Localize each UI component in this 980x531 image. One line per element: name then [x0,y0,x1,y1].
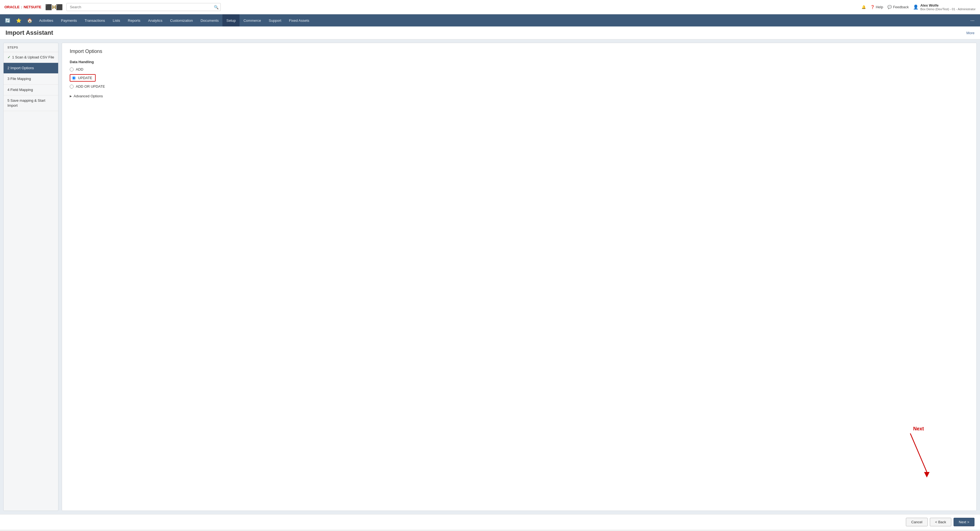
user-subtitle: Box Demo (Dev/Test) - 01 - Administrator [920,8,975,11]
sidebar-header: STEPS [3,43,58,52]
svg-line-0 [910,434,927,472]
nav-payments[interactable]: Payments [57,14,81,27]
netsuite-text: NETSUITE [24,5,41,9]
sidebar-step-4[interactable]: 4 Field Mapping [3,85,58,96]
sidebar-step-5[interactable]: 5 Save mapping & Start Import [3,96,58,111]
sidebar-step-2[interactable]: 2 Import Options [3,63,58,73]
radio-update-label: UPDATE [78,76,92,80]
help-label: Help [876,5,883,9]
radio-update-wrapper: UPDATE [70,74,95,81]
nav-commerce[interactable]: Commerce [240,14,265,27]
radio-add-label: ADD [76,67,83,72]
notifications-button[interactable]: 🔔 [862,5,866,9]
annotation-label: Next [905,426,932,432]
step-3-label: 3 File Mapping [8,77,31,81]
nav-bar: 🔄 ⭐ 🏠 Activities Payments Transactions L… [0,14,980,27]
step-2-label: 2 Import Options [8,65,34,70]
radio-add-or-update[interactable]: ADD OR UPDATE [70,85,969,88]
data-handling-label: Data Handling [70,60,969,64]
user-name: Alex Wolfe [920,3,975,8]
nav-activities[interactable]: Activities [35,14,57,27]
search-icon: 🔍 [214,5,218,10]
feedback-icon: 💬 [888,5,892,9]
logo-icon: ⬛H⬛ [45,4,63,11]
oracle-text: ORACLE [5,5,19,9]
cancel-button[interactable]: Cancel [906,518,928,526]
nav-more[interactable]: ··· [967,14,978,27]
step-1-label: 1 Scan & Upload CSV File [12,55,54,60]
nav-customization[interactable]: Customization [166,14,197,27]
user-icon: 👤 [913,5,918,10]
nav-transactions[interactable]: Transactions [81,14,109,27]
logo: ORACLE | NETSUITE ⬛H⬛ [5,4,63,11]
advanced-options[interactable]: ▶ Advanced Options [70,94,969,98]
nav-fixed-assets[interactable]: Fixed Assets [285,14,313,27]
search-bar: 🔍 [67,3,221,11]
help-icon: ❓ [870,5,875,9]
radio-group: ADD UPDATE ADD OR UPDATE [70,67,969,88]
help-button[interactable]: ❓ Help [870,5,883,9]
triangle-icon: ▶ [70,94,72,97]
sidebar: STEPS ✓ 1 Scan & Upload CSV File 2 Impor… [3,43,59,511]
nav-documents[interactable]: Documents [197,14,223,27]
nav-support[interactable]: Support [265,14,285,27]
content-title: Import Options [70,48,969,54]
content-area: Import Options Data Handling ADD UPDATE … [62,43,977,511]
step-4-label: 4 Field Mapping [8,88,33,92]
radio-add-input[interactable] [70,67,73,72]
radio-add-or-update-label: ADD OR UPDATE [76,85,105,88]
user-details: Alex Wolfe Box Demo (Dev/Test) - 01 - Ad… [920,3,975,11]
main-layout: STEPS ✓ 1 Scan & Upload CSV File 2 Impor… [0,40,980,514]
sidebar-step-3[interactable]: 3 File Mapping [3,73,58,85]
svg-marker-1 [924,472,929,477]
more-link[interactable]: More [966,31,975,35]
annotation-arrow [905,434,932,477]
advanced-options-label: Advanced Options [73,94,103,98]
nav-lists[interactable]: Lists [109,14,124,27]
check-icon-1: ✓ [8,55,11,60]
feedback-label: Feedback [893,5,908,9]
radio-update[interactable]: UPDATE [70,74,969,81]
page-title: Import Assistant [5,29,53,37]
next-annotation: Next [905,426,932,477]
top-bar: ORACLE | NETSUITE ⬛H⬛ 🔍 🔔 ❓ Help 💬 Feedb… [0,0,980,14]
home-icon[interactable]: 🏠 [24,14,35,27]
radio-update-input[interactable] [72,76,76,80]
back-button[interactable]: < Back [930,518,951,526]
user-info: 👤 Alex Wolfe Box Demo (Dev/Test) - 01 - … [913,3,975,11]
top-actions: 🔔 ❓ Help 💬 Feedback 👤 Alex Wolfe Box Dem… [862,3,975,11]
step-5-label: 5 Save mapping & Start Import [8,98,54,108]
nav-setup[interactable]: Setup [223,14,240,27]
favorites-icon[interactable]: ⭐ [13,14,24,27]
search-input[interactable] [67,3,221,11]
page-header: Import Assistant More [0,27,980,40]
radio-add-or-update-input[interactable] [70,85,73,88]
radio-add[interactable]: ADD [70,67,969,72]
nav-reports[interactable]: Reports [124,14,145,27]
next-button[interactable]: Next > [953,518,975,526]
history-icon[interactable]: 🔄 [2,14,13,27]
feedback-button[interactable]: 💬 Feedback [888,5,908,9]
sidebar-step-1[interactable]: ✓ 1 Scan & Upload CSV File [3,52,58,63]
nav-analytics[interactable]: Analytics [144,14,166,27]
bottom-bar: Cancel < Back Next > [0,514,980,529]
